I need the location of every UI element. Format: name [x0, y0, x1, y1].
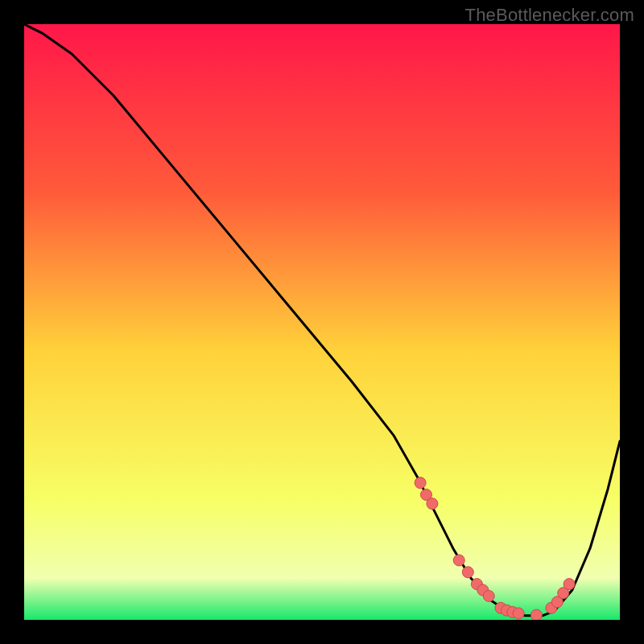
plot-area — [24, 24, 620, 620]
chart-frame: { "watermark": "TheBottlenecker.com", "c… — [0, 0, 644, 644]
data-marker — [462, 567, 473, 578]
data-marker — [513, 608, 524, 619]
data-marker — [483, 590, 494, 601]
chart-svg — [24, 24, 620, 620]
data-marker — [453, 555, 464, 566]
gradient-background — [24, 24, 620, 620]
data-marker — [427, 498, 438, 510]
watermark-text: TheBottlenecker.com — [465, 5, 634, 26]
data-marker — [530, 609, 542, 620]
data-marker — [415, 477, 426, 489]
data-marker — [564, 579, 575, 590]
